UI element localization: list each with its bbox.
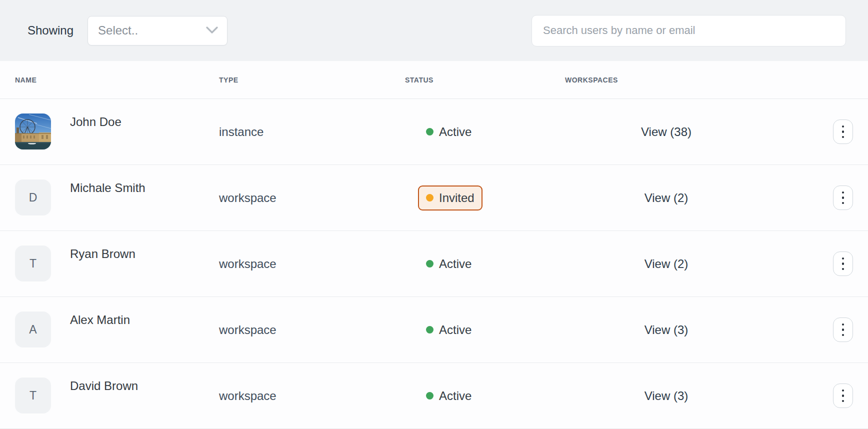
showing-label: Showing bbox=[28, 24, 74, 38]
table-row: D Michale Smith workspace Invited View (… bbox=[0, 165, 868, 231]
actions-cell bbox=[768, 120, 853, 144]
type-value: workspace bbox=[219, 257, 405, 271]
kebab-menu-icon bbox=[842, 258, 844, 260]
user-name: David Brown bbox=[70, 378, 138, 394]
toolbar: Showing Select.. bbox=[0, 0, 868, 61]
actions-cell bbox=[768, 384, 853, 408]
london-eye-photo bbox=[15, 114, 51, 150]
actions-cell bbox=[768, 252, 853, 276]
letter-avatar: T bbox=[15, 378, 51, 414]
status-dot-icon bbox=[426, 194, 434, 202]
workspaces-view-link[interactable]: View (3) bbox=[644, 323, 688, 336]
row-menu-button[interactable] bbox=[833, 318, 853, 342]
row-menu-button[interactable] bbox=[833, 252, 853, 276]
status-label: Active bbox=[439, 323, 472, 337]
kebab-menu-icon bbox=[842, 126, 844, 128]
workspaces-view-link[interactable]: View (3) bbox=[644, 389, 688, 402]
status-chip: Active bbox=[418, 252, 480, 276]
table-row: T Ryan Brown workspace Active View (2) bbox=[0, 231, 868, 297]
status-cell: Active bbox=[405, 252, 565, 276]
avatar-letter: A bbox=[29, 323, 36, 336]
status-dot-icon bbox=[426, 128, 434, 136]
status-label: Active bbox=[439, 389, 472, 403]
name-cell: T David Brown bbox=[15, 363, 219, 428]
table-row: John Doe instance Active View (38) bbox=[0, 99, 868, 165]
column-header-type: TYPE bbox=[219, 76, 405, 84]
type-value: workspace bbox=[219, 191, 405, 205]
letter-avatar: T bbox=[15, 246, 51, 282]
actions-cell bbox=[768, 186, 853, 210]
status-label: Active bbox=[439, 125, 472, 139]
workspaces-cell: View (3) bbox=[565, 323, 768, 337]
status-chip: Active bbox=[418, 318, 480, 342]
filter-select-value: Select.. bbox=[98, 24, 138, 38]
workspaces-view-link[interactable]: View (2) bbox=[644, 191, 688, 204]
row-menu-button[interactable] bbox=[833, 120, 853, 144]
status-cell: Active bbox=[405, 120, 565, 144]
user-name: John Doe bbox=[70, 114, 122, 130]
user-name: Ryan Brown bbox=[70, 246, 136, 262]
name-cell: A Alex Martin bbox=[15, 297, 219, 362]
status-dot-icon bbox=[426, 392, 434, 400]
status-cell: Active bbox=[405, 384, 565, 408]
name-cell: T Ryan Brown bbox=[15, 231, 219, 296]
user-name: Alex Martin bbox=[70, 312, 130, 328]
letter-avatar: A bbox=[15, 312, 51, 348]
status-dot-icon bbox=[426, 260, 434, 268]
table-row: T David Brown workspace Active View (3) bbox=[0, 363, 868, 429]
status-label: Active bbox=[439, 257, 472, 271]
type-value: workspace bbox=[219, 389, 405, 403]
type-value: instance bbox=[219, 125, 405, 139]
kebab-menu-icon bbox=[842, 324, 844, 326]
type-value: workspace bbox=[219, 323, 405, 337]
workspaces-cell: View (38) bbox=[565, 125, 768, 139]
workspaces-cell: View (3) bbox=[565, 389, 768, 403]
row-menu-button[interactable] bbox=[833, 186, 853, 210]
row-menu-button[interactable] bbox=[833, 384, 853, 408]
table-header: NAME TYPE STATUS WORKSPACES bbox=[0, 61, 868, 99]
workspaces-cell: View (2) bbox=[565, 257, 768, 271]
column-header-workspaces: WORKSPACES bbox=[565, 76, 768, 84]
filter-select[interactable]: Select.. bbox=[88, 16, 228, 46]
name-cell: D Michale Smith bbox=[15, 165, 219, 230]
status-chip: Active bbox=[418, 120, 480, 144]
kebab-menu-icon bbox=[842, 390, 844, 392]
workspaces-view-link[interactable]: View (2) bbox=[644, 257, 688, 270]
user-name: Michale Smith bbox=[70, 180, 146, 196]
workspaces-cell: View (2) bbox=[565, 191, 768, 205]
name-cell: John Doe bbox=[15, 99, 219, 164]
search-input[interactable] bbox=[532, 15, 846, 46]
avatar-letter: T bbox=[30, 257, 36, 270]
workspaces-view-link[interactable]: View (38) bbox=[641, 125, 692, 138]
letter-avatar: D bbox=[15, 180, 51, 216]
column-header-name: NAME bbox=[15, 76, 219, 84]
user-avatar-photo bbox=[15, 114, 51, 150]
table-row: A Alex Martin workspace Active View (3) bbox=[0, 297, 868, 363]
column-header-status: STATUS bbox=[405, 76, 565, 84]
kebab-menu-icon bbox=[842, 192, 844, 194]
status-chip: Active bbox=[418, 384, 480, 408]
user-table-body: John Doe instance Active View (38) D Mic… bbox=[0, 99, 868, 429]
avatar-letter: T bbox=[30, 389, 36, 402]
avatar-letter: D bbox=[29, 191, 38, 204]
actions-cell bbox=[768, 318, 853, 342]
status-chip: Invited bbox=[418, 186, 482, 210]
chevron-down-icon bbox=[206, 26, 218, 34]
status-dot-icon bbox=[426, 326, 434, 334]
status-cell: Invited bbox=[405, 186, 565, 210]
status-label: Invited bbox=[439, 191, 474, 205]
status-cell: Active bbox=[405, 318, 565, 342]
